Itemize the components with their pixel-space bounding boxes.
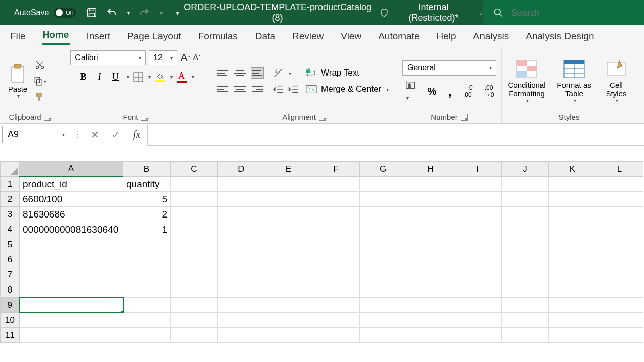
clipboard-dialog-launcher[interactable]	[44, 114, 51, 121]
row-header[interactable]: 3	[1, 207, 20, 222]
cell[interactable]	[454, 298, 502, 313]
cell[interactable]	[549, 328, 596, 343]
tab-analysis[interactable]: Analysis	[472, 29, 510, 44]
cell[interactable]	[549, 282, 596, 298]
cell[interactable]	[407, 222, 454, 237]
cell[interactable]	[265, 177, 312, 192]
row-header[interactable]: 11	[1, 328, 20, 343]
accounting-format-icon[interactable]: $▾	[405, 81, 416, 102]
cell[interactable]	[454, 207, 502, 222]
cell[interactable]	[502, 313, 549, 328]
col-header-E[interactable]: E	[265, 162, 312, 177]
orientation-dropdown-icon[interactable]: ▾	[289, 70, 291, 76]
col-header-I[interactable]: I	[454, 162, 502, 177]
fill-dropdown-icon[interactable]: ▾	[170, 74, 173, 80]
merge-center-button[interactable]: Merge & Center ▾	[306, 84, 389, 94]
cell[interactable]	[549, 313, 596, 328]
undo-dropdown-icon[interactable]: ▾	[127, 10, 130, 16]
formula-input[interactable]	[148, 124, 644, 146]
cell[interactable]	[596, 267, 643, 282]
cell[interactable]	[454, 313, 502, 328]
cell[interactable]	[123, 282, 171, 298]
cell[interactable]	[265, 222, 312, 237]
cell[interactable]	[502, 252, 549, 267]
cell[interactable]	[218, 282, 265, 298]
cell[interactable]	[312, 267, 360, 282]
row-header[interactable]: 8	[1, 282, 20, 298]
cell[interactable]	[20, 328, 123, 343]
tab-data[interactable]: Data	[254, 29, 276, 44]
col-header-F[interactable]: F	[312, 162, 360, 177]
cell[interactable]	[312, 313, 360, 328]
col-header-B[interactable]: B	[123, 162, 171, 177]
align-left-icon[interactable]	[216, 84, 229, 95]
tab-automate[interactable]: Automate	[377, 29, 420, 44]
col-header-K[interactable]: K	[549, 162, 596, 177]
cell[interactable]	[312, 298, 360, 313]
cell[interactable]	[454, 192, 502, 207]
cell[interactable]	[312, 328, 360, 343]
cell-B1[interactable]: quantity	[123, 177, 171, 192]
format-as-table-button[interactable]: Format as Table ▾	[554, 59, 594, 103]
row-header[interactable]: 10	[1, 313, 20, 328]
cell[interactable]	[596, 313, 643, 328]
cell[interactable]	[265, 313, 312, 328]
cell[interactable]	[502, 207, 549, 222]
borders-icon[interactable]	[133, 72, 143, 82]
name-box[interactable]: A9▾	[2, 126, 70, 143]
cell[interactable]	[171, 298, 218, 313]
tab-insert[interactable]: Insert	[85, 29, 111, 44]
qat-customize-icon[interactable]: ▾	[176, 9, 179, 17]
sensitivity-dropdown-icon[interactable]: ⌄	[479, 10, 483, 16]
redo-dropdown-icon[interactable]: ▾	[160, 10, 163, 16]
cell[interactable]	[171, 252, 218, 267]
cell[interactable]	[454, 177, 502, 192]
cell[interactable]	[549, 267, 596, 282]
search-box[interactable]	[483, 0, 644, 25]
cell[interactable]	[171, 282, 218, 298]
tab-file[interactable]: File	[9, 29, 27, 44]
cell[interactable]	[312, 252, 360, 267]
row-header[interactable]: 1	[1, 177, 20, 192]
tab-analysis-design[interactable]: Analysis Design	[525, 29, 595, 44]
align-middle-icon[interactable]	[233, 67, 247, 79]
cell[interactable]	[218, 222, 265, 237]
underline-dropdown-icon[interactable]: ▾	[127, 74, 129, 80]
cell[interactable]	[502, 222, 549, 237]
paste-button[interactable]: Paste ▾	[5, 63, 30, 99]
col-header-A[interactable]: A	[20, 162, 123, 177]
cell[interactable]	[265, 328, 312, 343]
select-all-corner[interactable]	[1, 162, 20, 177]
decrease-decimal-icon[interactable]: .00→0	[485, 84, 494, 98]
cell[interactable]	[265, 282, 312, 298]
alignment-dialog-launcher[interactable]	[319, 114, 326, 121]
copy-icon[interactable]: ▾	[33, 75, 46, 87]
cell[interactable]	[549, 222, 596, 237]
italic-button[interactable]: I	[94, 71, 106, 82]
cell[interactable]	[596, 282, 643, 298]
cell[interactable]	[312, 177, 360, 192]
cell[interactable]	[218, 192, 265, 207]
cell[interactable]	[360, 252, 407, 267]
increase-indent-icon[interactable]	[288, 84, 299, 94]
cell[interactable]	[407, 237, 454, 252]
cell[interactable]	[502, 298, 549, 313]
cell[interactable]	[596, 328, 643, 343]
cell[interactable]	[549, 177, 596, 192]
cell[interactable]	[123, 313, 171, 328]
cell[interactable]	[454, 252, 502, 267]
tab-review[interactable]: Review	[291, 29, 325, 44]
cell[interactable]	[218, 267, 265, 282]
redo-icon[interactable]	[139, 7, 150, 18]
cell[interactable]	[360, 207, 407, 222]
increase-decimal-icon[interactable]: ←0.00	[463, 84, 473, 98]
undo-icon[interactable]	[106, 7, 117, 18]
cell[interactable]	[407, 207, 454, 222]
align-right-icon[interactable]	[251, 84, 264, 95]
cell[interactable]	[407, 282, 454, 298]
cell[interactable]	[454, 282, 502, 298]
cell[interactable]	[549, 237, 596, 252]
row-header[interactable]: 6	[1, 252, 20, 267]
number-dialog-launcher[interactable]	[461, 114, 468, 121]
cell[interactable]	[360, 313, 407, 328]
